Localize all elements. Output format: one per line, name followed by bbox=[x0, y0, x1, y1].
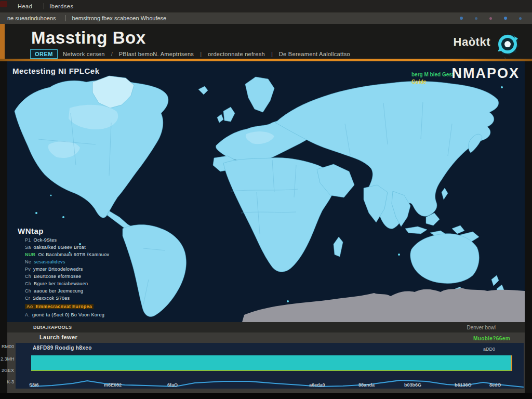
map-title: Mectesting NI FPLCek bbox=[12, 66, 100, 75]
x-axis-label: b03b6G bbox=[404, 382, 421, 388]
legend-item: ChBeurtcose eformosee bbox=[25, 274, 109, 279]
header-nav: OREM Network cersen / PBlast bemoN. Amep… bbox=[30, 49, 355, 59]
legend-item: CrSdexxcok S70es bbox=[25, 296, 109, 301]
page-title: Massting Box bbox=[31, 28, 146, 48]
brand-area: Haòtkt èspre bbox=[454, 32, 520, 56]
window-indicator-dots bbox=[460, 12, 522, 24]
right-frame bbox=[525, 61, 532, 393]
legend-item: Saoaksa/ked uGeev Broat bbox=[25, 245, 109, 250]
status-strip-left-label: DBtA.RAPOOLS bbox=[33, 325, 72, 330]
legend-title: WNtap bbox=[18, 227, 109, 235]
legend-item: Nesesasoalidevs bbox=[25, 259, 109, 264]
status-strip: DBtA.RAPOOLS Denver bowl bbox=[7, 322, 525, 332]
nav-separator: | bbox=[271, 51, 273, 57]
status-strip-right-label: Denver bowl bbox=[467, 325, 496, 330]
world-map-panel: Mectesting NI FPLCek berg M bled Gest. G… bbox=[7, 61, 525, 322]
activity-line-chart bbox=[16, 343, 524, 389]
x-axis-label: 88anda bbox=[358, 382, 375, 388]
x-axis-label: b6136O bbox=[455, 382, 472, 388]
y-axis-label: K-3 bbox=[1, 379, 14, 384]
bottom-frame bbox=[0, 393, 532, 399]
x-axis-label: m6E082 bbox=[104, 382, 122, 388]
left-frame bbox=[0, 61, 7, 393]
nav-tab-pblast[interactable]: PBlast bemoN. Ameptrisens bbox=[119, 51, 194, 57]
nav-separator: / bbox=[111, 51, 113, 57]
indicator-dot-icon[interactable] bbox=[475, 17, 477, 20]
timeline-chart[interactable]: RM00 2.3MH 2GEX K-3 A8FD89 Roodig h8xeo … bbox=[16, 343, 524, 389]
x-axis-label: S8i6 bbox=[29, 382, 39, 388]
legend-item-highlighted: AoEmmecracnvat Europea bbox=[25, 304, 94, 309]
x-axis-label: 8edO bbox=[489, 382, 501, 388]
map-legend: WNtap P1Ock-9Stes Saoaksa/ked uGeev Broa… bbox=[18, 227, 109, 317]
map-note-line2[interactable]: Guide bbox=[411, 79, 426, 85]
menu-bar-second: ne suearinduhoens bemsitrong fbex scabeo… bbox=[0, 12, 532, 24]
y-axis-label: 2GEX bbox=[1, 368, 14, 373]
nav-tab-bereament[interactable]: De Bereament Aalollcattso bbox=[279, 51, 350, 57]
brand-gear-icon bbox=[496, 32, 520, 56]
nav-tab-orem-active[interactable]: OREM bbox=[30, 49, 58, 59]
legend-item: A.gioné ta (Suet 0) Bo Voon Koreg bbox=[25, 312, 109, 317]
legend-item: NUBOc Bacnbmaan 60TB /Kamnuov bbox=[25, 252, 109, 257]
menu-item-suearinduhoens[interactable]: ne suearinduhoens bbox=[7, 15, 56, 21]
chart-title: Laurch fewer bbox=[39, 334, 77, 340]
menu-item-bemsitrong[interactable]: bemsitrong fbex scabeoen Whoufese bbox=[65, 15, 167, 21]
app-window: Head Iberdses ne suearinduhoens bemsitro… bbox=[0, 0, 532, 399]
brand-name: Haòtkt bbox=[454, 35, 490, 49]
indicator-dot-icon[interactable] bbox=[519, 17, 522, 20]
legend-item: P1Ock-9Stes bbox=[25, 237, 109, 243]
chart-link[interactable]: Muoble?66em bbox=[473, 336, 510, 341]
map-note-line1: berg M bled Gest. bbox=[411, 72, 455, 77]
record-indicator bbox=[0, 1, 7, 7]
menu-item-head[interactable]: Head bbox=[18, 3, 32, 9]
indicator-dot-icon[interactable] bbox=[504, 17, 507, 20]
legend-item: Pvymzer Brtoodelowedrs bbox=[25, 267, 109, 272]
indicator-dot-icon[interactable] bbox=[460, 17, 463, 20]
header-accent-bar bbox=[0, 24, 5, 59]
nav-tab-network[interactable]: Network cersen bbox=[63, 51, 105, 57]
nav-tab-nefresh[interactable]: ordectonnate nefresh bbox=[208, 51, 265, 57]
y-axis-label: 2.3MH bbox=[1, 356, 14, 362]
x-axis-label: 6faO bbox=[167, 382, 178, 388]
menu-item-iberdses[interactable]: Iberdses bbox=[44, 3, 73, 9]
legend-item: ChBgure ber Inciabewauen bbox=[25, 281, 109, 286]
menu-bar-top: Head Iberdses bbox=[0, 0, 532, 12]
timeline-chart-panel: Laurch fewer Muoble?66em RM00 2.3MH 2GEX… bbox=[7, 332, 525, 393]
y-axis-label: RM00 bbox=[1, 344, 14, 349]
indicator-dot-icon[interactable] bbox=[489, 17, 492, 20]
x-axis-label: a6eda0 bbox=[309, 382, 325, 388]
map-logo: NMAPOX bbox=[451, 65, 520, 82]
legend-item: Chaaoue ber Jeemecung bbox=[25, 288, 109, 294]
nav-separator: | bbox=[200, 51, 202, 57]
